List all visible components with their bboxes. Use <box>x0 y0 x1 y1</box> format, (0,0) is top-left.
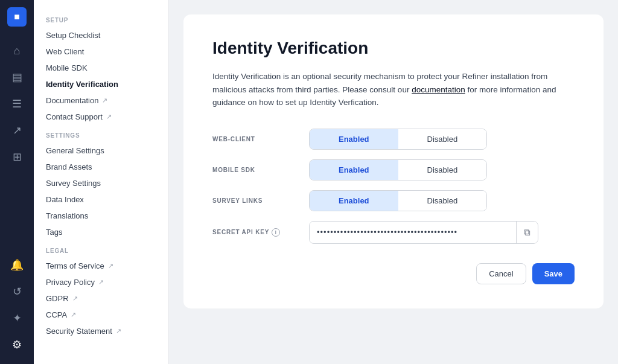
copy-api-key-button[interactable]: ⧉ <box>516 222 538 243</box>
text-sidebar: SETUP Setup Checklist Web Client Mobile … <box>34 0 169 364</box>
sidebar-item-translations[interactable]: Translations <box>34 208 168 224</box>
web-client-toggle: Enabled Disabled <box>309 129 487 150</box>
sidebar-item-mobile-sdk[interactable]: Mobile SDK <box>34 60 168 76</box>
menu-icon[interactable]: ☰ <box>5 92 29 116</box>
external-link-icon: ↗ <box>106 113 112 121</box>
sidebar-item-setup-checklist[interactable]: Setup Checklist <box>34 27 168 43</box>
sidebar-item-privacy-policy[interactable]: Privacy Policy↗ <box>34 274 168 290</box>
mobile-sdk-disabled-btn[interactable]: Disabled <box>398 160 487 180</box>
documentation-link[interactable]: documentation <box>412 85 465 94</box>
survey-links-toggle: Enabled Disabled <box>309 190 487 211</box>
save-button[interactable]: Save <box>532 263 575 284</box>
survey-links-disabled-btn[interactable]: Disabled <box>398 191 487 211</box>
bell-icon[interactable]: 🔔 <box>5 253 29 277</box>
sidebar-item-tags[interactable]: Tags <box>34 224 168 240</box>
external-link-icon: ↗ <box>108 262 113 270</box>
settings-icon[interactable]: ⚙ <box>5 333 29 357</box>
api-key-input[interactable] <box>310 222 516 242</box>
cancel-button[interactable]: Cancel <box>476 263 526 284</box>
mobile-sdk-label: MOBILE SDK <box>212 167 309 173</box>
sidebar-item-web-client[interactable]: Web Client <box>34 43 168 60</box>
survey-links-row: SURVEY LINKS Enabled Disabled <box>212 190 575 211</box>
legal-section-label: LEGAL <box>34 240 168 258</box>
sidebar-item-gdpr[interactable]: GDPR↗ <box>34 290 168 307</box>
sidebar-item-survey-settings[interactable]: Survey Settings <box>34 175 168 191</box>
survey-links-enabled-btn[interactable]: Enabled <box>310 191 398 211</box>
mobile-sdk-toggle: Enabled Disabled <box>309 159 487 180</box>
api-key-input-wrap: ⧉ <box>309 221 538 244</box>
external-link-icon: ↗ <box>102 97 107 104</box>
api-key-row: SECRET API KEY i ⧉ <box>212 221 575 244</box>
home-icon[interactable]: ⌂ <box>5 39 29 63</box>
chart-icon[interactable]: ↗ <box>5 118 29 142</box>
refresh-icon[interactable]: ↺ <box>5 279 29 304</box>
sidebar-item-data-index[interactable]: Data Index <box>34 191 168 208</box>
settings-section-label: SETTINGS <box>34 125 168 142</box>
web-client-disabled-btn[interactable]: Disabled <box>398 129 487 149</box>
users-icon[interactable]: ⊞ <box>5 145 29 169</box>
info-icon[interactable]: i <box>272 228 280 237</box>
external-link-icon: ↗ <box>71 311 76 319</box>
sidebar-item-terms-of-service[interactable]: Terms of Service↗ <box>34 258 168 274</box>
description: Identity Verification is an optional sec… <box>212 70 562 109</box>
web-client-enabled-btn[interactable]: Enabled <box>310 129 398 149</box>
sun-icon[interactable]: ✦ <box>5 306 29 330</box>
web-client-label: WEB-CLIENT <box>212 136 309 142</box>
sidebar-item-security-statement[interactable]: Security Statement↗ <box>34 323 168 339</box>
content-card: Identity Verification Identity Verificat… <box>183 14 604 308</box>
app-logo: ■ <box>7 7 27 27</box>
web-client-row: WEB-CLIENT Enabled Disabled <box>212 129 575 150</box>
main-content: Identity Verification Identity Verificat… <box>169 0 618 364</box>
icon-sidebar: ■ ⌂ ▤ ☰ ↗ ⊞ 🔔 ↺ ✦ ⚙ <box>0 0 34 364</box>
external-link-icon: ↗ <box>116 327 121 335</box>
api-key-label: SECRET API KEY i <box>212 228 309 237</box>
mobile-sdk-enabled-btn[interactable]: Enabled <box>310 160 398 180</box>
sidebar-item-identity-verification[interactable]: Identity Verification <box>34 76 168 92</box>
document-icon[interactable]: ▤ <box>5 65 29 89</box>
external-link-icon: ↗ <box>72 295 78 302</box>
sidebar-item-documentation[interactable]: Documentation↗ <box>34 92 168 109</box>
mobile-sdk-row: MOBILE SDK Enabled Disabled <box>212 159 575 180</box>
action-row: Cancel Save <box>212 263 575 284</box>
page-title: Identity Verification <box>212 39 575 58</box>
sidebar-item-general-settings[interactable]: General Settings <box>34 142 168 159</box>
setup-section-label: SETUP <box>34 10 168 27</box>
survey-links-label: SURVEY LINKS <box>212 197 309 204</box>
sidebar-item-contact-support[interactable]: Contact Support↗ <box>34 109 168 125</box>
external-link-icon: ↗ <box>98 278 104 286</box>
sidebar-item-ccpa[interactable]: CCPA↗ <box>34 307 168 323</box>
sidebar-item-brand-assets[interactable]: Brand Assets <box>34 159 168 175</box>
